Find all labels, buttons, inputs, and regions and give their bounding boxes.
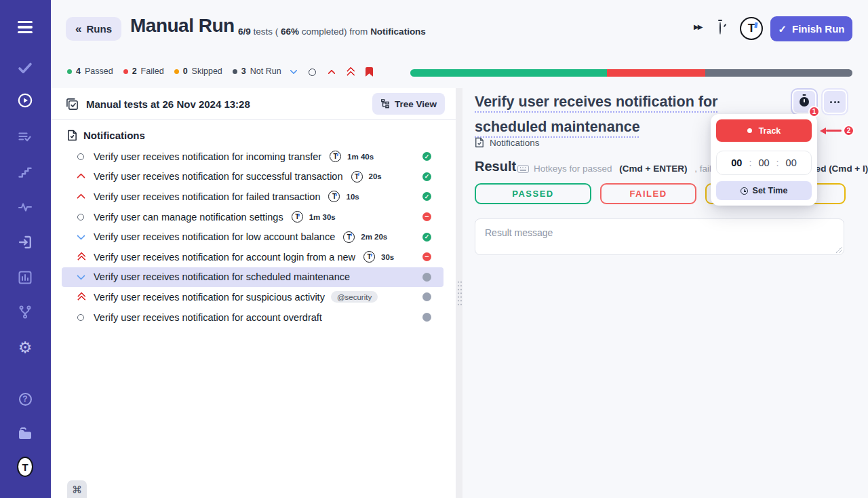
test-row[interactable]: Verify user receives notification for ac… xyxy=(62,307,443,328)
test-title: Verify user receives notification for su… xyxy=(94,171,343,182)
failed-counter[interactable]: 2Failed xyxy=(123,66,164,76)
suite-header[interactable]: Notifications xyxy=(51,120,456,145)
track-button[interactable]: Track xyxy=(716,119,812,142)
app-sidebar: ⚙ ? T xyxy=(0,0,51,498)
runs-play-icon[interactable] xyxy=(17,92,33,109)
test-row[interactable]: Verify user receives notification for lo… xyxy=(62,227,443,247)
priority-highest-filter-icon[interactable] xyxy=(345,67,355,77)
test-title: Verify user receives notification for fa… xyxy=(94,191,320,202)
test-tag: @security xyxy=(331,291,378,303)
minutes-value[interactable]: 00 xyxy=(758,157,769,168)
hours-value[interactable]: 00 xyxy=(731,157,742,168)
folder-icon[interactable] xyxy=(17,426,33,442)
priority-filters xyxy=(288,65,374,79)
time-display[interactable]: 00 : 00 : 00 xyxy=(716,151,812,175)
test-row[interactable]: Verify user receives notification for su… xyxy=(62,167,443,187)
result-message-input[interactable] xyxy=(475,218,844,255)
document-check-icon xyxy=(475,137,484,148)
test-status-icon xyxy=(422,292,431,301)
topbar: « Runs Manual Run 6/9 tests ( 66% comple… xyxy=(51,0,868,58)
menu-icon[interactable] xyxy=(17,19,33,35)
passed-button[interactable]: PASSED xyxy=(475,183,591,204)
ellipsis-icon xyxy=(830,101,840,103)
testomat-logo-icon: T xyxy=(328,191,340,202)
failed-button[interactable]: FAILED xyxy=(600,183,696,204)
page-title: Manual Run xyxy=(130,15,235,37)
command-key-hint: ⌘ xyxy=(67,480,87,498)
test-row[interactable]: Verify user receives notification for in… xyxy=(62,147,443,167)
seconds-value[interactable]: 00 xyxy=(786,157,797,168)
annotation-badge-1: 1 xyxy=(808,106,820,117)
finish-run-button[interactable]: ✓ Finish Run xyxy=(770,16,852,41)
gear-icon[interactable]: ⚙ xyxy=(17,339,33,356)
test-status-icon xyxy=(422,192,431,201)
record-dot-icon xyxy=(747,128,752,133)
test-duration: 30s xyxy=(381,253,394,261)
test-row[interactable]: Verify user receives notification for sc… xyxy=(62,267,443,288)
clock-icon xyxy=(741,187,748,195)
steps-icon[interactable] xyxy=(17,164,33,180)
priority-icon xyxy=(75,271,86,282)
test-row[interactable]: Verify user can manage notification sett… xyxy=(62,207,443,227)
priority-icon xyxy=(75,171,86,182)
testomat-logo-icon: T xyxy=(292,211,303,223)
fast-forward-icon[interactable]: ▶▶ xyxy=(694,23,701,31)
tree-view-button[interactable]: Tree View xyxy=(372,93,445,115)
test-status-icon xyxy=(422,172,431,181)
progress-failed-segment xyxy=(607,69,705,77)
bookmark-filter-icon[interactable] xyxy=(364,67,374,77)
test-duration: 2m 20s xyxy=(361,233,387,241)
keyboard-icon xyxy=(517,165,529,173)
run-title: Manual tests at 26 Nov 2024 13:28 xyxy=(86,98,250,110)
status-filter-row: 4Passed 2Failed 0Skipped 3Not Run xyxy=(51,58,868,88)
failed-dot xyxy=(123,69,128,74)
priority-low-filter-icon[interactable] xyxy=(288,67,298,77)
tests-check-icon[interactable] xyxy=(17,60,33,76)
progress-passed-segment xyxy=(410,69,607,77)
test-status-icon xyxy=(422,252,431,261)
test-title: Verify user receives notification for sc… xyxy=(94,271,350,282)
priority-normal-filter-icon[interactable] xyxy=(307,67,317,77)
pulse-icon[interactable] xyxy=(17,199,33,215)
testomat-logo-icon[interactable]: T xyxy=(17,459,33,475)
passed-counter[interactable]: 4Passed xyxy=(67,66,113,76)
arrow-head-icon xyxy=(820,128,826,134)
test-row[interactable]: Verify user receives notification for su… xyxy=(62,287,443,307)
testomat-logo-icon: T xyxy=(343,231,355,243)
test-row[interactable]: Verify user receives notification for fa… xyxy=(62,187,443,207)
set-time-button[interactable]: Set Time xyxy=(716,181,812,200)
back-to-runs-button[interactable]: « Runs xyxy=(66,17,121,41)
divider-drag-handle[interactable] xyxy=(457,280,462,306)
progress-notrun-segment xyxy=(705,69,852,77)
document-check-icon xyxy=(67,130,77,141)
back-to-runs-label: Runs xyxy=(86,23,112,35)
test-row[interactable]: Verify user receives notification for ac… xyxy=(62,247,443,267)
testomat-logo-icon: T xyxy=(330,151,341,162)
test-duration: 20s xyxy=(369,172,382,180)
skipped-counter[interactable]: 0Skipped xyxy=(174,66,222,76)
skipped-dot xyxy=(174,69,179,74)
detail-breadcrumb[interactable]: Notifications xyxy=(475,137,540,148)
test-status-icon xyxy=(422,212,431,221)
branches-icon[interactable] xyxy=(17,304,33,320)
priority-icon xyxy=(75,212,86,223)
test-list: Verify user receives notification for in… xyxy=(51,147,456,327)
passed-dot xyxy=(67,69,72,74)
test-duration: 1m 30s xyxy=(309,213,336,221)
notrun-counter[interactable]: 3Not Run xyxy=(233,66,281,76)
test-plans-icon[interactable] xyxy=(17,129,33,145)
priority-high-filter-icon[interactable] xyxy=(326,67,336,77)
test-title: Verify user receives notification for lo… xyxy=(94,231,335,242)
priority-icon xyxy=(75,231,86,242)
test-list-panel: Manual tests at 26 Nov 2024 13:28 Tree V… xyxy=(51,88,456,498)
help-icon[interactable]: ? xyxy=(17,391,33,407)
analytics-icon[interactable] xyxy=(17,269,33,286)
testomat-logo-icon: T xyxy=(351,171,363,183)
status-counters: 4Passed 2Failed 0Skipped 3Not Run xyxy=(67,66,281,76)
stopwatch-icon[interactable] xyxy=(719,22,721,35)
priority-icon xyxy=(75,151,86,162)
test-status-icon xyxy=(422,313,431,322)
more-options-button[interactable] xyxy=(821,88,848,115)
import-icon[interactable] xyxy=(17,234,33,250)
testomat-logo-badge[interactable]: T xyxy=(740,17,763,40)
